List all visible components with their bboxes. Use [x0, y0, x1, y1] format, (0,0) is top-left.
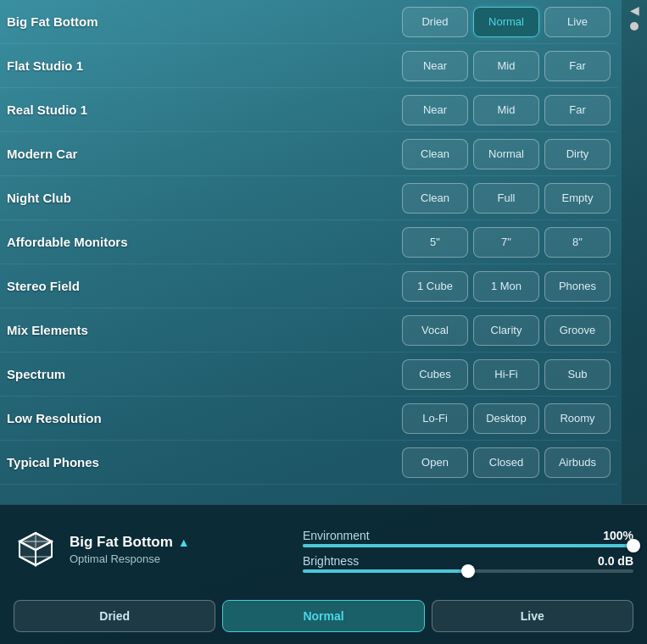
- preset-name: Modern Car: [7, 147, 402, 161]
- bottom-top: Big Fat Bottom ▲ Optimal Response Enviro…: [0, 505, 647, 593]
- scroll-arrow-up[interactable]: ◀: [630, 3, 639, 17]
- brightness-value: 0.0 dB: [587, 554, 633, 568]
- preset-row: Typical PhonesOpenClosedAirbuds: [0, 441, 617, 485]
- environment-label: Environment: [303, 529, 580, 542]
- bottom-mode-button[interactable]: Normal: [222, 600, 424, 632]
- preset-option-button[interactable]: Dirty: [544, 139, 611, 169]
- preset-option-button[interactable]: 1 Mon: [473, 271, 539, 302]
- main-container: ◀ Big Fat BottomDriedNormalLiveFlat Stud…: [0, 0, 647, 644]
- preset-title-row: Big Fat Bottom ▲: [70, 534, 190, 551]
- preset-row: Night ClubCleanFullEmpty: [0, 176, 617, 220]
- environment-value: 100%: [587, 529, 633, 542]
- preset-buttons-group: OpenClosedAirbuds: [402, 447, 611, 478]
- scroll-thumb[interactable]: [630, 22, 639, 31]
- bottom-mode-button[interactable]: Dried: [14, 600, 215, 632]
- preset-name: Night Club: [7, 191, 402, 205]
- preset-option-button[interactable]: Far: [544, 51, 611, 81]
- bottom-panel: Big Fat Bottom ▲ Optimal Response Enviro…: [0, 504, 647, 644]
- bottom-preset-arrow[interactable]: ▲: [178, 536, 190, 549]
- preset-option-button[interactable]: Full: [473, 183, 539, 214]
- preset-option-button[interactable]: Phones: [544, 271, 611, 302]
- bottom-right-controls: Environment 100% Brightness 0.0 dB: [303, 515, 633, 583]
- preset-option-button[interactable]: Groove: [544, 315, 611, 346]
- brightness-control: Brightness 0.0 dB: [303, 554, 633, 573]
- preset-option-button[interactable]: Closed: [473, 447, 539, 478]
- preset-row: Affordable Monitors5"7"8": [0, 220, 617, 264]
- preset-buttons-group: 1 Cube1 MonPhones: [402, 271, 611, 302]
- preset-buttons-group: NearMidFar: [402, 95, 611, 125]
- scroll-area: ◀: [622, 0, 647, 504]
- preset-row: Flat Studio 1NearMidFar: [0, 44, 617, 88]
- preset-name: Low Resolution: [7, 411, 402, 425]
- preset-option-button[interactable]: Desktop: [473, 403, 539, 434]
- preset-option-button[interactable]: Clarity: [473, 315, 539, 346]
- preset-option-button[interactable]: 8": [544, 227, 611, 258]
- preset-option-button[interactable]: Sub: [544, 359, 611, 390]
- brightness-fill: [303, 569, 468, 573]
- preset-buttons-group: CubesHi-FiSub: [402, 359, 611, 390]
- preset-option-button[interactable]: Far: [544, 95, 611, 125]
- bottom-preset-name: Big Fat Bottom: [70, 534, 173, 551]
- preset-option-button[interactable]: Dried: [402, 7, 468, 37]
- preset-option-button[interactable]: Lo-Fi: [402, 403, 468, 434]
- preset-option-button[interactable]: Vocal: [402, 315, 468, 346]
- preset-option-button[interactable]: Airbuds: [544, 447, 611, 478]
- preset-info: Big Fat Bottom ▲ Optimal Response: [70, 534, 190, 565]
- preset-option-button[interactable]: Clean: [402, 183, 468, 214]
- bottom-mode-button[interactable]: Live: [432, 600, 633, 632]
- preset-row: Modern CarCleanNormalDirty: [0, 132, 617, 176]
- environment-thumb[interactable]: [627, 539, 640, 552]
- preset-option-button[interactable]: Near: [402, 51, 468, 81]
- preset-option-button[interactable]: Normal: [473, 139, 539, 169]
- preset-option-button[interactable]: Near: [402, 95, 468, 125]
- brightness-track: [303, 569, 633, 573]
- preset-name: Typical Phones: [7, 455, 402, 469]
- preset-buttons-group: NearMidFar: [402, 51, 611, 81]
- preset-name: Big Fat Bottom: [7, 14, 402, 29]
- preset-name: Spectrum: [7, 367, 402, 381]
- preset-option-button[interactable]: Cubes: [402, 359, 468, 390]
- preset-option-button[interactable]: Clean: [402, 139, 468, 169]
- preset-buttons-group: VocalClarityGroove: [402, 315, 611, 346]
- preset-option-button[interactable]: 5": [402, 227, 468, 258]
- preset-option-button[interactable]: 7": [473, 227, 539, 258]
- preset-option-button[interactable]: Empty: [544, 183, 611, 214]
- cube-icon: [14, 527, 58, 571]
- preset-option-button[interactable]: 1 Cube: [402, 271, 468, 302]
- preset-buttons-group: CleanNormalDirty: [402, 139, 611, 169]
- preset-row: SpectrumCubesHi-FiSub: [0, 353, 617, 397]
- preset-option-button[interactable]: Open: [402, 447, 468, 478]
- bottom-preset-subtitle: Optimal Response: [70, 552, 190, 565]
- preset-row: Mix ElementsVocalClarityGroove: [0, 308, 617, 353]
- preset-name: Stereo Field: [7, 279, 402, 293]
- preset-option-button[interactable]: Hi-Fi: [473, 359, 539, 390]
- preset-buttons-group: Lo-FiDesktopRoomy: [402, 403, 611, 434]
- preset-name: Affordable Monitors: [7, 235, 402, 249]
- bottom-left-info: Big Fat Bottom ▲ Optimal Response: [14, 515, 289, 583]
- preset-buttons-group: CleanFullEmpty: [402, 183, 611, 214]
- brightness-label: Brightness: [303, 554, 580, 568]
- preset-buttons-group: 5"7"8": [402, 227, 611, 258]
- preset-buttons-group: DriedNormalLive: [402, 7, 611, 37]
- environment-control: Environment 100%: [303, 529, 633, 547]
- preset-name: Flat Studio 1: [7, 58, 402, 73]
- environment-row: Environment 100%: [303, 529, 633, 542]
- preset-option-button[interactable]: Mid: [473, 95, 539, 125]
- preset-row: Real Studio 1NearMidFar: [0, 88, 617, 132]
- brightness-thumb[interactable]: [461, 564, 475, 578]
- preset-option-button[interactable]: Roomy: [544, 403, 611, 434]
- bottom-buttons: DriedNormalLive: [0, 593, 647, 644]
- preset-row: Stereo Field1 Cube1 MonPhones: [0, 264, 617, 308]
- preset-name: Real Studio 1: [7, 103, 402, 117]
- preset-option-button[interactable]: Live: [544, 7, 611, 37]
- preset-name: Mix Elements: [7, 323, 402, 337]
- preset-list: Big Fat BottomDriedNormalLiveFlat Studio…: [0, 0, 647, 504]
- environment-track: [303, 544, 633, 547]
- preset-option-button[interactable]: Normal: [473, 7, 539, 37]
- preset-row: Big Fat BottomDriedNormalLive: [0, 0, 617, 44]
- preset-row: Low ResolutionLo-FiDesktopRoomy: [0, 397, 617, 441]
- preset-option-button[interactable]: Mid: [473, 51, 539, 81]
- environment-fill: [303, 544, 633, 547]
